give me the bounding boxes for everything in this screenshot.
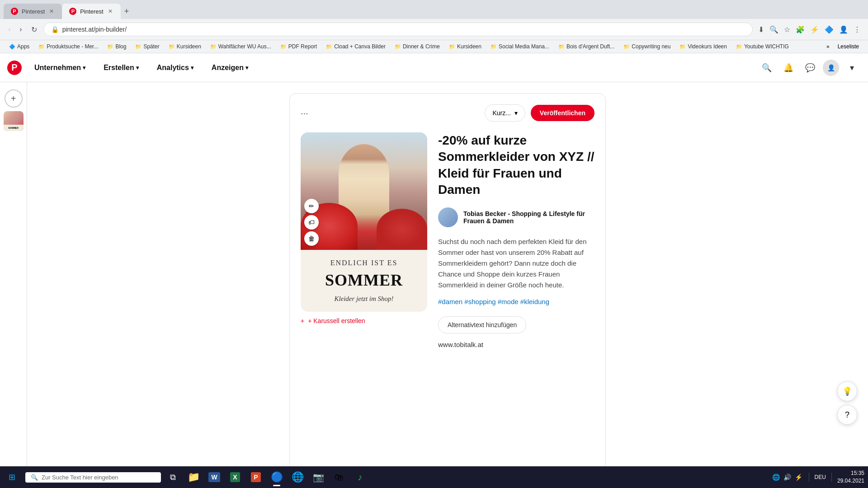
help-button[interactable]: ?: [837, 405, 857, 425]
bookmark-copywriting[interactable]: 📁 Copywriting neu: [620, 42, 674, 51]
messages-button[interactable]: 💬: [801, 59, 819, 77]
taskbar-excel[interactable]: X: [225, 467, 245, 487]
board-dropdown-button[interactable]: Kurz... ▾: [485, 104, 525, 122]
main-layout: + SOMMER ··· Kurz... ▾ Veröffentlic: [0, 82, 868, 483]
taskbar-search-icon: 🔍: [31, 474, 38, 481]
reading-list-button[interactable]: Leseliste: [834, 42, 863, 51]
folder-icon-6: 📁: [280, 44, 287, 50]
sidebar-pin-thumbnail[interactable]: SOMMER: [4, 111, 24, 131]
extension-icon-1[interactable]: 🧩: [794, 23, 807, 36]
pin-image-text3: Kleider jetzt im Shop!: [310, 295, 418, 303]
nav-erstellen[interactable]: Erstellen ▾: [98, 60, 144, 75]
tab-bar: P Pinterest ✕ P Pinterest ✕ +: [0, 0, 868, 19]
bookmark-dinner-label: Dinner & Crime: [403, 43, 440, 50]
sidebar-add-button[interactable]: +: [5, 89, 23, 108]
new-tab-button[interactable]: +: [121, 5, 133, 18]
nav-analytics[interactable]: Analytics ▾: [151, 60, 199, 75]
bookmark-kursideen-2-label: Kursideen: [457, 43, 481, 50]
taskbar-separator: [809, 473, 809, 482]
taskbar-powerpoint[interactable]: P: [246, 467, 266, 487]
download-icon[interactable]: ⬇: [756, 23, 766, 36]
tag-tool-button[interactable]: 🏷: [304, 215, 319, 230]
nav-unternehmen[interactable]: Unternehmen ▾: [29, 60, 91, 75]
bookmark-apps-label: Apps: [17, 43, 29, 50]
bookmark-spater[interactable]: 📁 Später: [132, 42, 163, 51]
bookmark-pdf[interactable]: 📁 PDF Report: [277, 42, 321, 51]
taskbar-camera[interactable]: 📷: [308, 467, 328, 487]
nav-unternehmen-chevron: ▾: [83, 65, 85, 71]
reload-button[interactable]: ↻: [28, 23, 40, 36]
network-icon[interactable]: 🌐: [771, 473, 781, 482]
taskbar-edge[interactable]: 🌐: [288, 467, 307, 487]
publish-button[interactable]: Veröffentlichen: [531, 105, 594, 121]
bookmark-youtube[interactable]: 📁 Youtube WICHTIG: [732, 42, 793, 51]
bookmark-videokurs[interactable]: 📁 Videokurs Ideen: [676, 42, 731, 51]
extension-icon-2[interactable]: ⚡: [808, 23, 821, 36]
star-icon[interactable]: ☆: [782, 23, 792, 36]
bookmark-produktsuche[interactable]: 📁 Produktsuche - Mer...: [35, 42, 102, 51]
taskbar-chrome[interactable]: 🔵: [267, 467, 287, 487]
carousel-create-button[interactable]: + + Karussell erstellen: [301, 317, 427, 324]
bookmark-wahlfacher[interactable]: 📁 Wahlfächer WU Aus...: [207, 42, 275, 51]
user-avatar[interactable]: 👤: [823, 60, 839, 76]
pin-tools: ✏ 🏷 🗑: [304, 199, 319, 246]
bookmark-kursideen-2[interactable]: 📁 Kursideen: [445, 42, 485, 51]
author-row: Tobias Becker - Shopping & Lifestyle für…: [438, 207, 594, 227]
taskbar-separator-2: [831, 473, 832, 482]
extension-icon-3[interactable]: 🔷: [823, 23, 835, 36]
bookmark-videokurs-label: Videokurs Ideen: [688, 43, 727, 50]
taskbar-right: 🌐 🔊 ⚡ DEU 15:35 29.04.2021: [771, 469, 864, 485]
pin-details: -20% auf kurze Sommerkleider von XYZ // …: [438, 132, 594, 348]
windows-start-button[interactable]: ⊞: [4, 469, 20, 485]
taskbar-search-box[interactable]: 🔍 Zur Suche Text hier eingeben: [25, 472, 161, 483]
bookmark-kursideen-1[interactable]: 📁 Kursideen: [165, 42, 205, 51]
taskbar-task-view[interactable]: ⧉: [163, 467, 183, 487]
settings-icon[interactable]: ⋮: [852, 23, 863, 36]
lightbulb-button[interactable]: 💡: [837, 381, 857, 401]
taskbar-word[interactable]: W: [204, 467, 224, 487]
bookmark-apps[interactable]: 🔷 Apps: [5, 42, 33, 51]
delete-tool-button[interactable]: 🗑: [304, 231, 319, 246]
edit-tool-button[interactable]: ✏: [304, 199, 319, 213]
volume-icon[interactable]: 🔊: [783, 473, 792, 482]
bookmark-bois[interactable]: 📁 Bois d'Argent Duft...: [555, 42, 618, 51]
battery-icon[interactable]: ⚡: [794, 473, 803, 482]
alt-text-button[interactable]: Alternativtext hinzufügen: [438, 316, 526, 333]
folder-icon-14: 📁: [736, 44, 742, 50]
pin-editor: ··· Kurz... ▾ Veröffentlichen: [289, 93, 606, 472]
url-bar[interactable]: 🔒 pinterest.at/pin-builder/: [43, 23, 753, 36]
account-menu-button[interactable]: ▾: [843, 59, 861, 77]
taskbar-file-explorer[interactable]: 📁: [184, 467, 203, 487]
bookmarks-bar: 🔷 Apps 📁 Produktsuche - Mer... 📁 Blog 📁 …: [0, 40, 868, 53]
language-indicator: DEU: [815, 474, 826, 480]
back-button[interactable]: ‹: [5, 23, 13, 35]
bookmark-blog[interactable]: 📁 Blog: [104, 42, 130, 51]
url-text: pinterest.at/pin-builder/: [62, 26, 745, 33]
search-icon-addr[interactable]: 🔍: [768, 23, 780, 36]
store-icon: 🛍: [335, 472, 344, 483]
bookmark-youtube-label: Youtube WICHTIG: [744, 43, 789, 50]
nav-anzeigen[interactable]: Anzeigen ▾: [206, 60, 254, 75]
user-icon[interactable]: 👤: [837, 23, 850, 36]
notifications-button[interactable]: 🔔: [779, 59, 797, 77]
pinterest-logo[interactable]: P: [7, 61, 22, 75]
bookmarks-more-button[interactable]: »: [824, 42, 832, 51]
taskbar-store[interactable]: 🛍: [329, 467, 349, 487]
browser-tab-1[interactable]: P Pinterest ✕: [4, 4, 62, 19]
editor-menu-button[interactable]: ···: [301, 108, 308, 118]
nav-unternehmen-label: Unternehmen: [34, 64, 81, 72]
bookmark-canva[interactable]: 📁 Cload + Canva Bilder: [322, 42, 389, 51]
pin-title: -20% auf kurze Sommerkleider von XYZ // …: [438, 132, 594, 198]
floating-right-buttons: 💡 ?: [837, 381, 857, 425]
search-button[interactable]: 🔍: [758, 59, 776, 77]
bookmark-dinner[interactable]: 📁 Dinner & Crime: [391, 42, 443, 51]
taskbar-clock[interactable]: 15:35 29.04.2021: [837, 469, 864, 485]
tab-close-2[interactable]: ✕: [107, 7, 113, 15]
notification-area: 🌐 🔊 ⚡: [771, 473, 803, 482]
tab-close-1[interactable]: ✕: [48, 7, 55, 15]
taskbar-spotify[interactable]: ♪: [350, 467, 370, 487]
forward-button[interactable]: ›: [17, 23, 24, 35]
bookmark-canva-label: Cload + Canva Bilder: [334, 43, 386, 50]
bookmark-social[interactable]: 📁 Social Media Mana...: [487, 42, 553, 51]
browser-tab-2[interactable]: P Pinterest ✕: [62, 4, 120, 19]
